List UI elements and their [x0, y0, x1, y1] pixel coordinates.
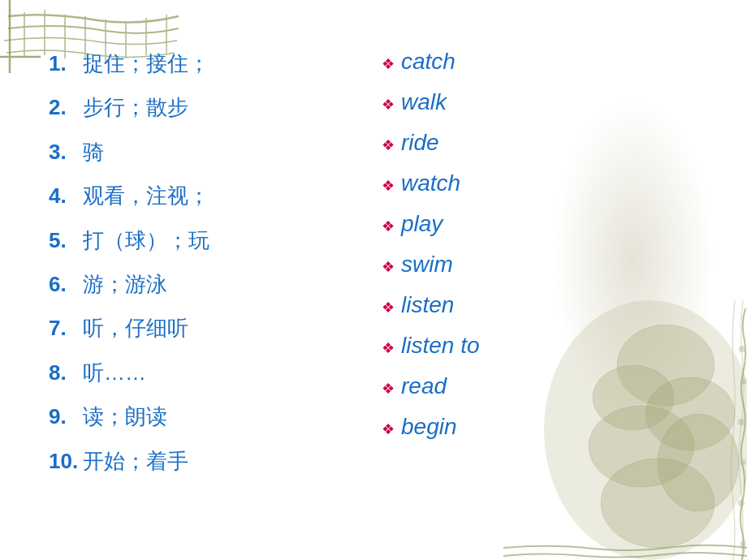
vocab-item-left-10: 10.开始；着手: [49, 446, 365, 476]
vocab-item-right-6: ❖swim: [382, 252, 698, 278]
vocab-item-right-9: ❖read: [382, 373, 698, 399]
vocab-item-left-2: 2.步行；散步: [49, 93, 365, 122]
item-english-1: catch: [401, 49, 456, 75]
left-column: 1.捉住；接住；2.步行；散步3.骑4.观看，注视；5.打（球）；玩6.游；游泳…: [49, 49, 365, 490]
item-english-10: begin: [401, 414, 457, 440]
item-number-1: 1.: [49, 49, 83, 78]
item-number-10: 10.: [49, 446, 83, 476]
vocab-item-right-1: ❖catch: [382, 49, 698, 75]
item-chinese-3: 骑: [83, 137, 104, 166]
right-column: ❖catch❖walk❖ride❖watch❖play❖swim❖listen❖…: [365, 49, 698, 490]
vocab-item-left-8: 8.听……: [49, 358, 365, 387]
vocab-item-left-5: 5.打（球）；玩: [49, 226, 365, 255]
vocab-item-left-1: 1.捉住；接住；: [49, 49, 365, 78]
item-number-5: 5.: [49, 226, 83, 255]
item-english-5: play: [401, 211, 443, 237]
diamond-bullet-7: ❖: [382, 299, 395, 317]
main-content: 1.捉住；接住；2.步行；散步3.骑4.观看，注视；5.打（球）；玩6.游；游泳…: [0, 0, 747, 523]
item-chinese-5: 打（球）；玩: [83, 226, 209, 255]
vocab-item-left-7: 7.听，仔细听: [49, 313, 365, 342]
item-english-9: read: [401, 373, 447, 399]
vocab-item-right-10: ❖begin: [382, 414, 698, 440]
item-english-8: listen to: [401, 333, 480, 359]
item-chinese-8: 听……: [83, 358, 146, 387]
vocab-item-right-2: ❖walk: [382, 89, 698, 115]
vocab-item-left-4: 4.观看，注视；: [49, 181, 365, 210]
svg-point-22: [741, 542, 745, 546]
vocab-item-right-5: ❖play: [382, 211, 698, 237]
item-chinese-6: 游；游泳: [83, 269, 167, 299]
item-number-6: 6.: [49, 269, 83, 299]
diamond-bullet-9: ❖: [382, 380, 395, 398]
diamond-bullet-5: ❖: [382, 218, 395, 235]
vocab-item-right-7: ❖listen: [382, 292, 698, 318]
item-chinese-4: 观看，注视；: [83, 181, 209, 210]
vocab-item-left-9: 9.读；朗读: [49, 402, 365, 431]
diamond-bullet-8: ❖: [382, 339, 395, 357]
item-english-7: listen: [401, 292, 454, 318]
item-chinese-2: 步行；散步: [83, 93, 188, 122]
diamond-bullet-1: ❖: [382, 55, 395, 73]
item-chinese-1: 捉住；接住；: [83, 49, 209, 78]
vocab-item-right-8: ❖listen to: [382, 333, 698, 359]
diamond-bullet-4: ❖: [382, 177, 395, 195]
vocab-item-left-3: 3.骑: [49, 137, 365, 166]
vocab-item-right-3: ❖ride: [382, 130, 698, 156]
item-english-3: ride: [401, 130, 439, 156]
item-english-4: watch: [401, 170, 460, 196]
diamond-bullet-2: ❖: [382, 96, 395, 114]
item-chinese-7: 听，仔细听: [83, 313, 188, 342]
diamond-bullet-10: ❖: [382, 420, 395, 438]
item-chinese-10: 开始；着手: [83, 446, 188, 476]
diamond-bullet-6: ❖: [382, 258, 395, 276]
vocab-item-left-6: 6.游；游泳: [49, 269, 365, 299]
item-number-2: 2.: [49, 93, 83, 122]
item-chinese-9: 读；朗读: [83, 402, 167, 431]
item-english-6: swim: [401, 252, 453, 278]
diamond-bullet-3: ❖: [382, 136, 395, 154]
item-english-2: walk: [401, 89, 447, 115]
item-number-9: 9.: [49, 402, 83, 431]
vocab-item-right-4: ❖watch: [382, 170, 698, 196]
item-number-4: 4.: [49, 181, 83, 210]
item-number-7: 7.: [49, 313, 83, 342]
item-number-3: 3.: [49, 137, 83, 166]
item-number-8: 8.: [49, 358, 83, 387]
